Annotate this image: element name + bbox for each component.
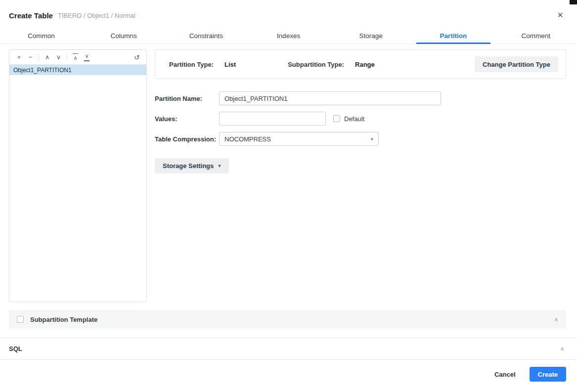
list-item-partition[interactable]: Object1_PARTITION1 (9, 65, 146, 75)
subpartition-type-label: Subpartition Type: (288, 61, 344, 68)
values-row: Values: Default (155, 112, 566, 126)
dialog-footer: Cancel Create (494, 367, 566, 382)
tab-partition[interactable]: Partition (412, 28, 495, 44)
partition-type-label: Partition Type: (169, 61, 214, 68)
subpartition-template-label: Subpartition Template (30, 316, 97, 323)
subpartition-template-section[interactable]: Subpartition Template ∧ (9, 310, 566, 329)
reset-button[interactable]: ↺ (131, 52, 142, 63)
toolbar-divider (39, 54, 39, 61)
chevron-down-icon: ▾ (370, 136, 373, 142)
dialog-title: Create Table (9, 11, 53, 20)
cancel-button[interactable]: Cancel (494, 371, 516, 378)
breadcrumb: TIBERO / Object1 / Normal (58, 12, 135, 19)
table-compression-row: Table Compression: NOCOMPRESS ▾ (155, 132, 566, 146)
collapse-chevron-up-icon[interactable]: ∧ (554, 317, 558, 322)
partition-list-toolbar: + − ∧ ∨ ∧ ∨ ↺ (9, 50, 146, 65)
chevron-down-icon: ∨ (56, 54, 61, 60)
storage-settings-button[interactable]: Storage Settings ▾ (155, 158, 229, 174)
sql-section-label: SQL (9, 345, 22, 352)
partition-name-row: Partition Name: (155, 91, 566, 105)
move-to-bottom-button[interactable]: ∨ (81, 52, 92, 63)
storage-settings-label: Storage Settings (163, 162, 214, 170)
table-compression-select[interactable]: NOCOMPRESS ▾ (219, 132, 379, 146)
tab-common[interactable]: Common (0, 28, 83, 44)
tab-storage[interactable]: Storage (330, 28, 412, 44)
partition-form: Partition Name: Values: Default Table Co… (155, 91, 566, 174)
partition-name-label: Partition Name: (155, 95, 219, 102)
add-partition-button[interactable]: + (13, 52, 25, 63)
partition-type-box: Partition Type: List Subpartition Type: … (155, 49, 566, 79)
values-input[interactable] (219, 112, 326, 126)
move-to-bottom-icon: ∨ (85, 53, 89, 59)
plus-icon: + (17, 54, 21, 60)
dialog-header: Create Table TIBERO / Object1 / Normal × (9, 9, 566, 22)
default-checkbox[interactable] (333, 115, 340, 122)
move-to-top-button[interactable]: ∧ (70, 52, 81, 63)
partition-list-panel: + − ∧ ∨ ∧ ∨ ↺ Object1_PARTITION1 (9, 49, 147, 302)
table-compression-value: NOCOMPRESS (224, 135, 271, 143)
tab-comment[interactable]: Comment (494, 28, 577, 44)
tab-indexes[interactable]: Indexes (247, 28, 330, 44)
create-button[interactable]: Create (530, 367, 566, 382)
create-table-dialog: Create Table TIBERO / Object1 / Normal ×… (0, 0, 577, 392)
chevron-up-icon: ∧ (45, 54, 50, 60)
values-label: Values: (155, 115, 219, 123)
sql-section[interactable]: SQL ∧ (0, 338, 577, 360)
table-compression-label: Table Compression: (155, 135, 219, 143)
subpartition-type-value: Range (355, 61, 375, 68)
subpartition-type-group: Subpartition Type: Range (288, 61, 375, 68)
subpartition-template-checkbox[interactable] (17, 316, 24, 323)
collapse-chevron-up-icon[interactable]: ∧ (560, 346, 564, 351)
move-down-button[interactable]: ∨ (53, 52, 64, 63)
tab-bar: Common Columns Constraints Indexes Stora… (0, 28, 577, 44)
reset-icon: ↺ (134, 54, 140, 61)
minus-icon: − (29, 54, 33, 60)
default-checkbox-label: Default (344, 115, 364, 123)
tab-constraints[interactable]: Constraints (165, 28, 247, 44)
close-icon[interactable]: × (554, 9, 566, 21)
background-page-corner (570, 0, 577, 4)
remove-partition-button[interactable]: − (25, 52, 36, 63)
move-to-top-icon: ∧ (73, 55, 77, 61)
move-up-button[interactable]: ∧ (42, 52, 53, 63)
toolbar-divider (67, 54, 67, 61)
partition-name-input[interactable] (219, 91, 441, 105)
partition-type-value: List (224, 61, 236, 68)
change-partition-type-button[interactable]: Change Partition Type (475, 56, 558, 72)
tab-columns[interactable]: Columns (83, 28, 165, 44)
chevron-down-icon: ▾ (218, 163, 221, 169)
partition-list: Object1_PARTITION1 (9, 65, 146, 75)
